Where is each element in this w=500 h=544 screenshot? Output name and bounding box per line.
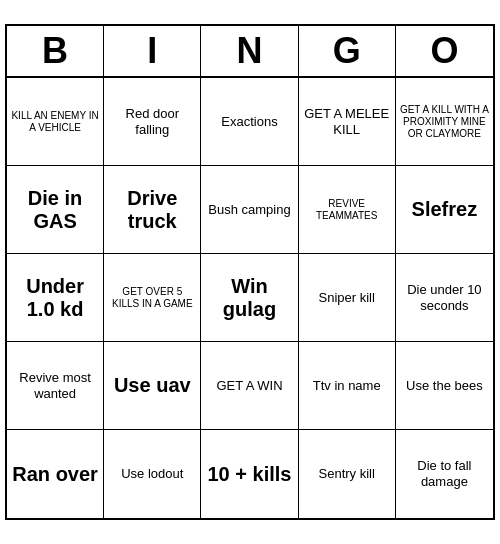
bingo-cell-9: Slefrez (396, 166, 493, 254)
bingo-cell-11: GET OVER 5 KILLS IN A GAME (104, 254, 201, 342)
bingo-cell-16: Use uav (104, 342, 201, 430)
cell-text: Win gulag (205, 275, 293, 321)
cell-text: Drive truck (108, 187, 196, 233)
bingo-cell-14: Die under 10 seconds (396, 254, 493, 342)
bingo-letter-o: O (396, 26, 493, 76)
cell-text: Revive teammates (303, 198, 391, 222)
bingo-cell-22: 10 + kills (201, 430, 298, 518)
cell-text: KILL AN ENEMY IN A VEHICLE (11, 110, 99, 134)
cell-text: GET A WIN (216, 378, 282, 394)
bingo-grid: KILL AN ENEMY IN A VEHICLERed door falli… (7, 78, 493, 518)
bingo-cell-23: Sentry kill (299, 430, 396, 518)
bingo-cell-18: Ttv in name (299, 342, 396, 430)
bingo-cell-12: Win gulag (201, 254, 298, 342)
bingo-letter-b: B (7, 26, 104, 76)
bingo-header: BINGO (7, 26, 493, 78)
bingo-cell-21: Use lodout (104, 430, 201, 518)
cell-text: Sniper kill (319, 290, 375, 306)
bingo-cell-1: Red door falling (104, 78, 201, 166)
bingo-card: BINGO KILL AN ENEMY IN A VEHICLERed door… (5, 24, 495, 520)
bingo-letter-i: I (104, 26, 201, 76)
cell-text: GET OVER 5 KILLS IN A GAME (108, 286, 196, 310)
cell-text: 10 + kills (208, 463, 292, 486)
cell-text: Use the bees (406, 378, 483, 394)
bingo-cell-0: KILL AN ENEMY IN A VEHICLE (7, 78, 104, 166)
cell-text: Sentry kill (319, 466, 375, 482)
bingo-letter-n: N (201, 26, 298, 76)
cell-text: GET A MELEE KILL (303, 106, 391, 137)
cell-text: Die to fall damage (400, 458, 489, 489)
bingo-cell-17: GET A WIN (201, 342, 298, 430)
cell-text: Bush camping (208, 202, 290, 218)
bingo-letter-g: G (299, 26, 396, 76)
cell-text: Die in GAS (11, 187, 99, 233)
bingo-cell-15: Revive most wanted (7, 342, 104, 430)
cell-text: Ran over (12, 463, 98, 486)
bingo-cell-5: Die in GAS (7, 166, 104, 254)
cell-text: Use lodout (121, 466, 183, 482)
bingo-cell-10: Under 1.0 kd (7, 254, 104, 342)
cell-text: Use uav (114, 374, 191, 397)
cell-text: Ttv in name (313, 378, 381, 394)
bingo-cell-4: GET A KILL WITH A PROXIMITY MINE OR CLAY… (396, 78, 493, 166)
bingo-cell-6: Drive truck (104, 166, 201, 254)
bingo-cell-20: Ran over (7, 430, 104, 518)
cell-text: Slefrez (412, 198, 478, 221)
bingo-cell-19: Use the bees (396, 342, 493, 430)
cell-text: Exactions (221, 114, 277, 130)
bingo-cell-13: Sniper kill (299, 254, 396, 342)
cell-text: Red door falling (108, 106, 196, 137)
bingo-cell-8: Revive teammates (299, 166, 396, 254)
bingo-cell-24: Die to fall damage (396, 430, 493, 518)
cell-text: Revive most wanted (11, 370, 99, 401)
bingo-cell-7: Bush camping (201, 166, 298, 254)
bingo-cell-2: Exactions (201, 78, 298, 166)
bingo-cell-3: GET A MELEE KILL (299, 78, 396, 166)
cell-text: Die under 10 seconds (400, 282, 489, 313)
cell-text: Under 1.0 kd (11, 275, 99, 321)
cell-text: GET A KILL WITH A PROXIMITY MINE OR CLAY… (400, 104, 489, 140)
